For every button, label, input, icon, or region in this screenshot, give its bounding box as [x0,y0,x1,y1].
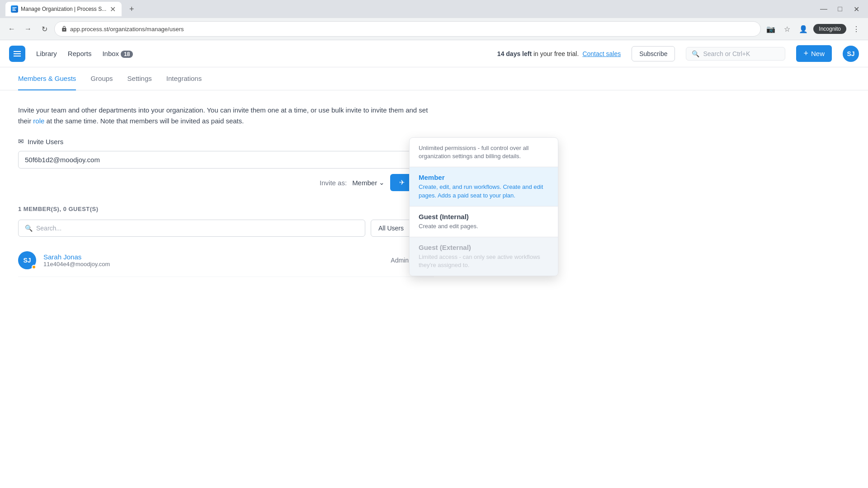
tab-members-guests-label: Members & Guests [18,75,76,82]
window-minimize-btn[interactable]: — [817,3,830,15]
filter-label: All Users [378,225,404,232]
role-dropdown-menu: Unlimited permissions - full control ove… [409,137,558,276]
invite-as-value: Member [352,179,377,187]
guest-internal-title: Guest (Internal) [419,213,549,221]
incognito-button[interactable]: Incognito [813,24,846,34]
tab-groups[interactable]: Groups [90,67,113,90]
tab-settings-label: Settings [127,75,152,82]
dropdown-item-member[interactable]: Member Create, edit, and run workflows. … [410,167,558,206]
browser-titlebar: Manage Organization | Process S... ✕ + —… [0,0,868,18]
invite-as-dropdown[interactable]: Member ⌄ [352,178,385,187]
user-name[interactable]: Sarah Jonas [43,253,383,261]
contact-sales-link[interactable]: Contact sales [582,50,621,57]
role-link[interactable]: role [33,117,44,125]
user-avatar[interactable]: SJ [843,46,859,62]
new-tab-button[interactable]: + [125,3,138,15]
tab-integrations[interactable]: Integrations [166,67,202,90]
library-nav[interactable]: Library [36,50,57,57]
user-role: Admin [391,257,409,264]
subscribe-button[interactable]: Subscribe [632,46,675,61]
trial-bold-text: 14 days left [497,50,532,57]
main-content: Members & Guests Groups Settings Integra… [0,67,868,291]
dropdown-top-item: Unlimited permissions - full control ove… [410,138,558,167]
invite-email-input[interactable] [18,151,434,169]
invite-row: Invite as: Member ⌄ ✈ Invite [18,174,434,191]
incognito-label: Incognito [819,26,841,32]
address-url: app.process.st/organizations/manage/user… [70,26,184,33]
window-close-btn[interactable]: ✕ [850,3,863,15]
media-icon[interactable]: 📷 [764,23,777,35]
inbox-label: Inbox [102,50,119,57]
invite-icon: ✈ [399,178,405,187]
profile-icon[interactable]: 👤 [797,23,810,35]
tab-title: Manage Organization | Process S... [21,6,106,12]
guest-external-desc: Limited access - can only see active wor… [419,253,549,269]
more-options-icon[interactable]: ⋮ [850,23,863,35]
tab-close-icon[interactable]: ✕ [109,5,116,13]
tab-favicon [11,5,18,13]
trial-banner: 14 days left in your free trial. Contact… [497,50,621,57]
browser-chrome: Manage Organization | Process S... ✕ + —… [0,0,868,40]
tab-members-guests[interactable]: Members & Guests [18,67,76,90]
window-maximize-btn[interactable]: □ [834,3,846,15]
tab-groups-label: Groups [90,75,113,82]
invite-label: ✉ Invite Users [18,137,434,145]
dropdown-item-guest-internal[interactable]: Guest (Internal) Create and edit pages. [410,206,558,237]
invite-label-text: Invite Users [28,138,63,145]
search-icon: 🔍 [25,225,33,232]
user-search-bar[interactable]: 🔍 Search... [18,220,365,237]
online-indicator [32,265,36,269]
members-count: 1 MEMBER(S), 0 GUEST(S) [18,206,434,212]
search-bar[interactable]: 🔍 Search or Ctrl+K [686,47,785,61]
browser-tab[interactable]: Manage Organization | Process S... ✕ [5,2,122,16]
new-button[interactable]: + New [796,45,832,62]
member-title: Member [419,174,549,181]
app-logo[interactable] [9,46,25,62]
user-row: SJ Sarah Jonas 11e404e4@moodjoy.com Admi… [18,244,434,277]
browser-actions: 📷 ☆ 👤 Incognito ⋮ [764,23,863,35]
user-initials: SJ [23,257,31,264]
invite-as-label: Invite as: [320,179,347,187]
search-icon: 🔍 [692,50,699,57]
trial-text: in your free trial. [532,50,579,57]
tabs-bar: Members & Guests Groups Settings Integra… [0,67,868,90]
refresh-button[interactable]: ↻ [38,23,51,35]
page-description: Invite your team and other departments i… [18,105,434,127]
search-placeholder-text: Search... [36,225,61,232]
user-info: Sarah Jonas 11e404e4@moodjoy.com [43,253,383,267]
invite-section: ✉ Invite Users Invite as: Member ⌄ ✈ Inv… [18,137,434,191]
plus-icon: + [803,49,808,58]
dropdown-item-guest-external[interactable]: Guest (External) Limited access - can on… [410,237,558,276]
back-button[interactable]: ← [5,23,18,35]
content-area: Invite your team and other departments i… [0,90,452,291]
guest-external-title: Guest (External) [419,244,549,251]
email-icon: ✉ [18,137,24,145]
user-email: 11e404e4@moodjoy.com [43,261,383,267]
invite-as-chevron: ⌄ [379,178,385,187]
tab-integrations-label: Integrations [166,75,202,82]
user-avatar-small: SJ [18,251,36,269]
new-tab-icon: + [129,5,134,14]
tab-settings[interactable]: Settings [127,67,152,90]
user-controls: 🔍 Search... All Users ⌄ [18,220,434,237]
dropdown-admin-desc: Unlimited permissions - full control ove… [419,144,549,160]
bookmark-icon[interactable]: ☆ [781,23,793,35]
search-placeholder: Search or Ctrl+K [703,50,750,57]
browser-toolbar: ← → ↻ app.process.st/organizations/manag… [0,18,868,40]
reports-nav[interactable]: Reports [68,50,92,57]
address-bar[interactable]: app.process.st/organizations/manage/user… [54,21,761,37]
member-desc: Create, edit, and run workflows. Create … [419,183,549,199]
guest-internal-desc: Create and edit pages. [419,222,549,230]
forward-button[interactable]: → [22,23,34,35]
inbox-badge: 18 [121,51,133,58]
inbox-nav[interactable]: Inbox18 [102,50,133,57]
new-label: New [811,50,825,57]
app-header: Library Reports Inbox18 14 days left in … [0,40,868,67]
lock-icon [61,26,67,32]
